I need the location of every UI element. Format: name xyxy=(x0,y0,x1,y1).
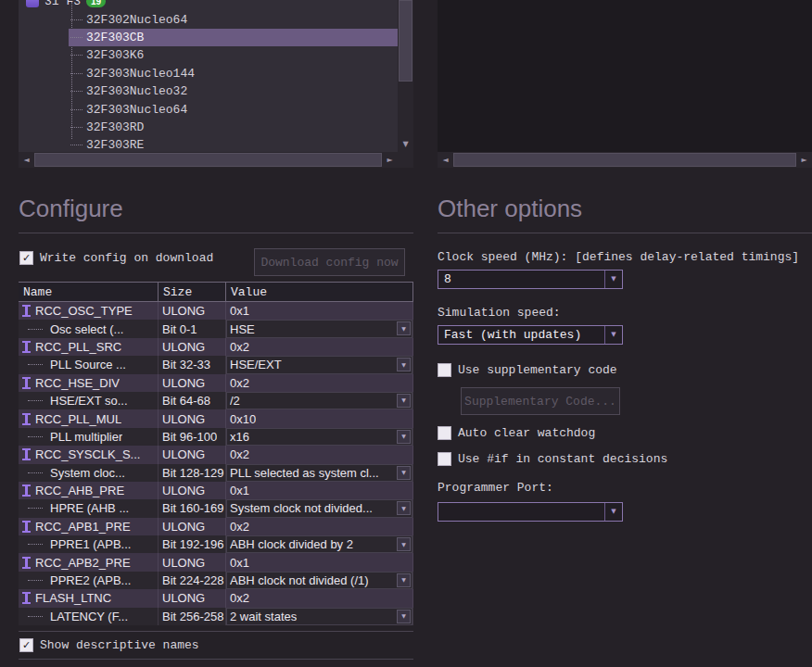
simulation-speed-select[interactable]: Fast (with updates) ▼ xyxy=(438,325,623,345)
tree-device-item[interactable]: 32F303RE xyxy=(69,136,398,152)
table-row[interactable]: RCC_APB1_PRE ULONG 0x2 ▼ xyxy=(19,518,413,535)
value-cell[interactable]: HSE/EXT ▼ xyxy=(226,356,413,373)
dropdown-button[interactable]: ▼ xyxy=(604,326,622,344)
tree-device-item[interactable]: 32F303Nucleo64 xyxy=(69,100,398,118)
field-value: 0x2 xyxy=(230,340,249,354)
programmer-port-select[interactable]: ▼ xyxy=(438,502,623,522)
value-cell[interactable]: x16 ▼ xyxy=(226,428,413,446)
table-row[interactable]: RCC_PLL_MUL ULONG 0x10 ▼ xyxy=(19,409,413,427)
value-dropdown-button[interactable]: ▼ xyxy=(397,537,411,551)
tree-device-item[interactable]: 32F303RD xyxy=(69,119,398,136)
vertical-scrollbar-thumb[interactable] xyxy=(399,0,412,82)
field-size: ULONG xyxy=(162,340,205,354)
value-dropdown-button[interactable]: ▼ xyxy=(397,573,411,587)
chevron-down-icon: ▼ xyxy=(401,542,406,547)
value-dropdown-button[interactable]: ▼ xyxy=(397,610,411,623)
value-dropdown-button[interactable]: ▼ xyxy=(397,394,411,408)
table-row[interactable]: HPRE (AHB ... Bit 160-169 System clock n… xyxy=(19,499,413,517)
table-row[interactable]: PLL Source ... Bit 32-33 HSE/EXT ▼ xyxy=(19,356,413,373)
table-row[interactable]: System cloc... Bit 128-129 PLL selected … xyxy=(19,464,413,482)
dropdown-button[interactable]: ▼ xyxy=(604,271,622,288)
field-icon xyxy=(22,341,31,353)
value-cell[interactable]: 0x10 ▼ xyxy=(226,409,413,427)
field-size: Bit 64-68 xyxy=(162,394,210,408)
tree-device-item[interactable]: 32F302Nucleo64 xyxy=(69,10,398,28)
tree-device-item[interactable]: 32F303Nucleo144 xyxy=(69,65,398,82)
horizontal-scrollbar-thumb[interactable] xyxy=(453,153,796,167)
table-row[interactable]: RCC_APB2_PRE ULONG 0x1 ▼ xyxy=(19,553,413,571)
table-row[interactable]: PLL multiplier Bit 96-100 x16 ▼ xyxy=(19,428,413,446)
write-config-checkbox[interactable]: ✓ xyxy=(19,251,33,265)
tree-device-item[interactable]: 32F303K6 xyxy=(69,46,398,64)
value-cell[interactable]: PLL selected as system cl... ▼ xyxy=(226,464,413,482)
value-cell[interactable]: HSE ▼ xyxy=(226,320,413,337)
value-cell[interactable]: ABH clock divided by 2 ▼ xyxy=(226,535,413,553)
table-row[interactable]: PPRE1 (APB... Bit 192-196 ABH clock divi… xyxy=(19,535,413,553)
scroll-right-button[interactable]: ► xyxy=(796,152,812,168)
value-dropdown-button[interactable]: ▼ xyxy=(397,466,411,480)
tree-device-item[interactable]: 32F303CB xyxy=(69,29,398,46)
field-size: ULONG xyxy=(162,447,205,461)
tree-device-item[interactable]: 32F303Nucleo32 xyxy=(69,82,398,100)
clock-speed-select[interactable]: 8 ▼ xyxy=(438,270,623,289)
horizontal-scrollbar-thumb[interactable] xyxy=(34,153,382,167)
field-size: Bit 96-100 xyxy=(162,430,217,444)
value-dropdown-button[interactable]: ▼ xyxy=(397,430,411,444)
scroll-right-button[interactable]: ► xyxy=(382,152,398,168)
table-row[interactable]: RCC_AHB_PRE ULONG 0x1 ▼ xyxy=(19,482,413,499)
show-names-checkbox[interactable]: ✓ xyxy=(19,638,33,652)
field-icon xyxy=(22,377,31,389)
value-cell[interactable]: System clock not divided... ▼ xyxy=(226,499,413,517)
value-cell[interactable]: 0x1 ▼ xyxy=(226,553,413,571)
table-row[interactable]: RCC_OSC_TYPE ULONG 0x1 ▼ xyxy=(19,302,413,320)
auto-clear-watchdog-checkbox[interactable] xyxy=(438,426,451,440)
table-row[interactable]: Osc select (... Bit 0-1 HSE ▼ xyxy=(19,320,413,337)
dropdown-button[interactable]: ▼ xyxy=(604,503,622,521)
field-name: RCC_OSC_TYPE xyxy=(35,304,133,318)
arrow-left-icon: ◄ xyxy=(442,157,448,164)
col-header-name[interactable]: Name xyxy=(19,283,159,301)
table-row[interactable]: RCC_HSE_DIV ULONG 0x2 ▼ xyxy=(19,374,413,392)
tree-vertical-scrollbar[interactable]: ▼ xyxy=(398,0,413,152)
preview-horizontal-scrollbar[interactable]: ◄ ► xyxy=(438,152,812,168)
value-cell[interactable]: ABH clock not divided (/1) ▼ xyxy=(226,572,413,589)
value-cell[interactable]: /2 ▼ xyxy=(226,392,413,409)
value-cell[interactable]: 0x1 ▼ xyxy=(226,302,413,320)
value-cell[interactable]: 2 wait states ▼ xyxy=(226,608,413,625)
table-row[interactable]: PPRE2 (APB... Bit 224-228 ABH clock not … xyxy=(19,572,413,589)
download-config-button[interactable]: Download config now xyxy=(254,248,405,276)
value-cell[interactable]: 0x2 ▼ xyxy=(226,589,413,607)
use-if-checkbox[interactable] xyxy=(438,452,451,466)
scroll-left-button[interactable]: ◄ xyxy=(438,152,453,168)
value-cell[interactable]: 0x2 ▼ xyxy=(226,374,413,392)
name-cell: RCC_PLL_MUL xyxy=(19,409,159,427)
value-dropdown-button[interactable]: ▼ xyxy=(397,358,411,371)
tree-connector xyxy=(70,73,82,74)
value-dropdown-button[interactable]: ▼ xyxy=(397,321,411,335)
value-cell[interactable]: 0x2 ▼ xyxy=(226,338,413,356)
device-tree[interactable]: 31 F3 19 32F302Nucleo64 32F303CB 32F303K… xyxy=(19,0,398,152)
field-name: FLASH_LTNC xyxy=(35,591,111,605)
table-row[interactable]: LATENCY (F... Bit 256-258 2 wait states … xyxy=(19,608,413,625)
section-divider xyxy=(19,659,413,660)
supplementary-code-button[interactable]: Supplementary Code... xyxy=(461,387,620,415)
table-row[interactable]: HSE/EXT so... Bit 64-68 /2 ▼ xyxy=(19,392,413,409)
field-icon xyxy=(22,413,31,425)
value-cell[interactable]: 0x2 ▼ xyxy=(226,518,413,535)
scroll-left-button[interactable]: ◄ xyxy=(19,152,34,168)
table-row[interactable]: RCC_PLL_SRC ULONG 0x2 ▼ xyxy=(19,338,413,356)
value-cell[interactable]: 0x1 ▼ xyxy=(226,482,413,499)
table-row[interactable]: RCC_SYSCLK_S... ULONG 0x2 ▼ xyxy=(19,446,413,463)
tree-device-label: 32F303K6 xyxy=(86,48,144,62)
col-header-value[interactable]: Value xyxy=(226,283,413,301)
scroll-down-button[interactable]: ▼ xyxy=(398,137,413,152)
clock-speed-value: 8 xyxy=(438,272,604,286)
value-dropdown-button[interactable]: ▼ xyxy=(397,501,411,515)
tree-horizontal-scrollbar[interactable]: ◄ ► xyxy=(19,152,398,168)
col-header-size[interactable]: Size xyxy=(159,283,226,301)
field-value: HSE/EXT xyxy=(230,358,282,371)
table-row[interactable]: FLASH_LTNC ULONG 0x2 ▼ xyxy=(19,589,413,607)
value-cell[interactable]: 0x2 ▼ xyxy=(226,446,413,463)
use-supplementary-checkbox[interactable] xyxy=(438,363,451,377)
tree-family-node[interactable]: 31 F3 19 xyxy=(19,0,398,10)
